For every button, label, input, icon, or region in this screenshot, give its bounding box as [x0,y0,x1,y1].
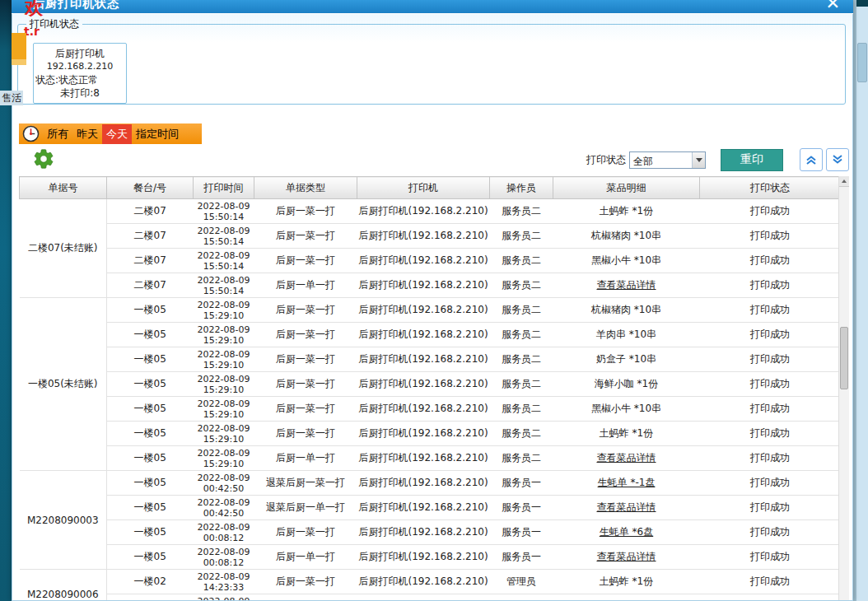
dish-cell: 查看菜品详情 [553,446,700,471]
scrollbar-up-arrow[interactable] [839,176,849,187]
dish-text: 黑椒小牛 *10串 [591,254,661,266]
table-row[interactable]: 一楼052022-08-0900:08:12后厨一单一打后厨打印机(192.16… [20,545,841,570]
operator-cell: 服务员二 [490,372,553,397]
table-row[interactable]: 一楼052022-08-0915:29:10后厨一菜一打后厨打印机(192.16… [20,422,841,446]
dish-detail-link[interactable]: 查看菜品详情 [597,551,656,562]
dish-detail-link[interactable]: 生蚝单 *6盘 [600,526,653,538]
dish-cell: 黑椒小牛 *10串 [553,397,700,422]
doc-type-cell: 后厨一菜一打 [254,422,357,446]
table-row[interactable]: 一楼052022-08-0900:42:50退菜后厨一单一打后厨打印机(192.… [20,496,841,520]
table-no-cell [107,594,194,601]
filter-tab-all[interactable]: 所有 [43,124,72,144]
dish-detail-link[interactable]: 查看菜品详情 [597,279,656,291]
table-row[interactable]: 二楼072022-08-0915:50:14后厨一单一打后厨打印机(192.16… [20,273,841,298]
filter-tab-yesterday[interactable]: 昨天 [72,124,102,144]
printer-cell: 后厨打印机(192.168.2.210) [357,372,490,397]
print-time-cell: 2022-08-09 [194,594,254,601]
dish-cell: 海鲜小咖 *1份 [553,372,700,397]
clock-icon [22,125,40,142]
print-status-cell: 打印成功 [700,249,841,273]
table-row[interactable]: 一楼052022-08-0915:29:10后厨一菜一打后厨打印机(192.16… [20,347,841,372]
scroll-to-bottom-button[interactable] [826,148,849,171]
dish-cell: 查看菜品详情 [553,545,700,570]
table-row[interactable]: 二楼072022-08-0915:50:14后厨一菜一打后厨打印机(192.16… [20,224,841,249]
print-status-label: 打印状态 [586,153,626,167]
print-time-cell: 2022-08-0915:29:10 [194,298,254,323]
operator-cell: 服务员二 [490,273,553,298]
print-status-cell: 打印成功 [700,347,841,372]
table-toolbar: 打印状态 全部 重印 [586,146,849,174]
printer-cell: 后厨打印机(192.168.2.210) [357,224,490,249]
reprint-button[interactable]: 重印 [721,149,783,171]
select-dropdown-button[interactable] [692,152,705,168]
table-row[interactable]: 一楼052022-08-0915:29:10后厨一菜一打后厨打印机(192.16… [20,397,841,422]
page-scrollbar-corner [856,0,868,7]
table-body: 二楼07(未结账)二楼072022-08-0915:50:14后厨一菜一打后厨打… [20,199,841,601]
page-scrollbar[interactable] [856,0,868,601]
print-time-cell: 2022-08-0915:50:14 [194,249,254,273]
operator-cell: 服务员二 [490,323,553,347]
scrollbar-thumb[interactable] [840,327,848,389]
orders-table: 单据号餐台/号打印时间单据类型打印机操作员菜品明细打印状态 二楼07(未结账)二… [19,176,841,600]
table-row[interactable]: 二楼07(未结账)二楼072022-08-0915:50:14后厨一菜一打后厨打… [20,199,841,224]
dish-cell: 生蚝单 *6盘 [553,520,700,545]
print-time-cell: 2022-08-0900:42:50 [194,496,254,520]
print-time-cell: 2022-08-0915:50:14 [194,199,254,224]
table-row[interactable]: M2208090003一楼052022-08-0900:42:50退菜后厨一菜一… [20,471,841,496]
column-header: 菜品明细 [553,177,700,199]
dish-cell: 羊肉串 *10串 [553,323,700,347]
table-row[interactable]: 一楼05(未结账)一楼052022-08-0915:29:10后厨一菜一打后厨打… [20,298,841,323]
print-time-cell: 2022-08-0915:29:10 [194,397,254,422]
print-time-cell: 2022-08-0915:29:10 [194,347,254,372]
table-row[interactable]: 二楼072022-08-0915:50:14后厨一菜一打后厨打印机(192.16… [20,249,841,273]
background-logo-yellow-block [12,33,26,59]
print-status-cell [700,594,841,601]
table-no-cell: 一楼05 [107,496,194,520]
printer-status-panel: 打印机状态 后厨打印机 192.168.2.210 状态:状态正常 未打印:8 [17,17,846,105]
scroll-to-top-button[interactable] [800,148,823,171]
printer-name: 后厨打印机 [35,47,124,60]
printer-cell: 后厨打印机(192.168.2.210) [357,570,490,594]
operator-cell: 服务员二 [490,298,553,323]
table-row[interactable]: M2208090006一楼022022-08-0914:23:33后厨一菜一打后… [20,570,841,594]
dish-detail-link[interactable]: 生蚝单 *-1盘 [598,477,656,488]
doc-type-cell: 后厨一单一打 [254,545,357,570]
page-scrollbar-thumb[interactable] [857,43,867,82]
filter-tab-today[interactable]: 今天 [102,124,132,144]
column-header: 打印时间 [194,177,254,199]
printer-cell: 后厨打印机(192.168.2.210) [357,545,490,570]
table-row[interactable]: 一楼052022-08-0900:08:12后厨一菜一打后厨打印机(192.16… [20,520,841,545]
print-status-cell: 打印成功 [700,397,841,422]
operator-cell: 服务员一 [490,496,553,520]
background-logo-yellow-block-2 [12,59,26,65]
dish-detail-link[interactable]: 查看菜品详情 [597,501,656,513]
printer-cell: 后厨打印机(192.168.2.210) [357,471,490,496]
table-row[interactable]: 一楼052022-08-0915:29:10后厨一菜一打后厨打印机(192.16… [20,372,841,397]
print-status-cell: 打印成功 [700,273,841,298]
print-status-cell: 打印成功 [700,520,841,545]
close-icon[interactable]: ✕ [825,0,840,12]
print-status-select[interactable]: 全部 [629,151,706,169]
table-row[interactable]: 一楼052022-08-0915:29:10后厨一菜一打后厨打印机(192.16… [20,323,841,347]
doc-no-cell: M2208090003 [20,471,107,570]
dish-cell: 杭椒猪肉 *10串 [553,224,700,249]
doc-type-cell: 后厨一菜一打 [254,520,357,545]
doc-type-cell: 后厨一菜一打 [254,249,357,273]
table-row[interactable]: 一楼052022-08-0915:29:10后厨一单一打后厨打印机(192.16… [20,446,841,471]
operator-cell: 管理员 [490,570,553,594]
operator-cell [490,594,553,601]
dish-detail-link[interactable]: 查看菜品详情 [597,452,656,464]
operator-cell: 服务员一 [490,471,553,496]
column-header: 打印状态 [700,177,841,199]
column-header: 单据号 [20,177,107,199]
printer-status-dialog: 后厨打印机状态 ✕ 打印机状态 后厨打印机 192.168.2.210 状态:状… [12,0,853,601]
printer-ip: 192.168.2.210 [35,60,124,73]
operator-cell: 服务员二 [490,422,553,446]
printer-card[interactable]: 后厨打印机 192.168.2.210 状态:状态正常 未打印:8 [33,43,127,104]
table-no-cell: 一楼05 [107,347,194,372]
filter-tab-custom-time[interactable]: 指定时间 [132,124,183,144]
table-scrollbar[interactable] [838,176,849,600]
settings-gear-icon[interactable] [32,147,55,170]
doc-type-cell: 后厨一菜一打 [254,323,357,347]
table-row[interactable]: 2022-08-09 [20,594,841,601]
